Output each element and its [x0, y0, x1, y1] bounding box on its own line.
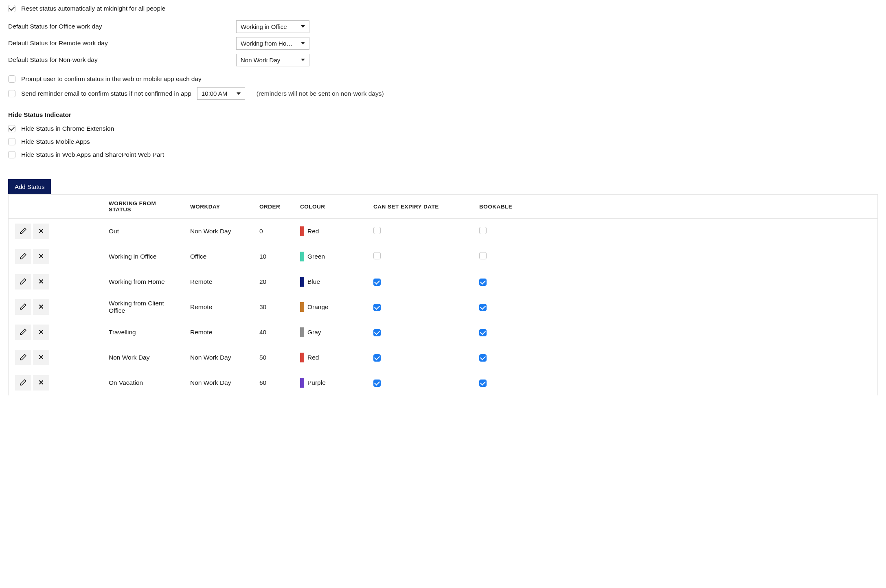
hide-web-checkbox[interactable]: [8, 151, 15, 158]
hide-web-row: Hide Status in Web Apps and SharePoint W…: [8, 150, 878, 159]
add-status-button[interactable]: Add Status: [8, 179, 51, 194]
chevron-down-icon: [301, 59, 305, 61]
expiry-checkbox[interactable]: [373, 329, 381, 336]
reminder-email-checkbox[interactable]: [8, 90, 15, 97]
edit-button[interactable]: [15, 299, 31, 315]
expiry-checkbox[interactable]: [373, 227, 381, 234]
close-icon: [37, 353, 45, 362]
edit-button[interactable]: [15, 325, 31, 340]
reminder-email-row: Send reminder email to confirm status if…: [8, 87, 878, 100]
close-icon: [37, 278, 45, 286]
status-cell: Non Work Day: [102, 345, 184, 370]
chevron-down-icon: [237, 92, 241, 95]
close-icon: [37, 328, 45, 337]
pencil-icon: [20, 278, 27, 286]
workday-cell: Remote: [184, 320, 253, 345]
reset-midnight-checkbox[interactable]: [8, 5, 15, 12]
colour-swatch: [300, 353, 304, 362]
hide-mobile-checkbox[interactable]: [8, 138, 15, 145]
chevron-down-icon: [301, 42, 305, 44]
colour-name: Red: [307, 354, 319, 361]
expiry-checkbox[interactable]: [373, 380, 381, 387]
bookable-checkbox[interactable]: [479, 354, 487, 362]
close-icon: [37, 303, 45, 312]
expiry-checkbox[interactable]: [373, 252, 381, 259]
bookable-checkbox[interactable]: [479, 279, 487, 286]
colour-cell: Blue: [294, 269, 367, 294]
default-remote-select[interactable]: Working from Ho…: [236, 37, 309, 50]
delete-button[interactable]: [33, 274, 49, 290]
workday-cell: Remote: [184, 294, 253, 320]
order-cell: 60: [253, 370, 294, 395]
table-row: Working from Client OfficeRemote30Orange: [9, 294, 877, 320]
edit-button[interactable]: [15, 224, 31, 239]
status-table-wrap: WORKING FROM STATUS WORKDAY ORDER COLOUR…: [8, 194, 878, 395]
bookable-checkbox[interactable]: [479, 227, 487, 234]
pencil-icon: [20, 252, 27, 261]
hide-mobile-label: Hide Status Mobile Apps: [21, 137, 90, 146]
default-nonwork-value: Non Work Day: [241, 57, 280, 64]
status-cell: Travelling: [102, 320, 184, 345]
reminder-time-value: 10:00 AM: [202, 90, 227, 97]
colour-swatch: [300, 277, 304, 287]
default-nonwork-label: Default Status for Non-work day: [8, 55, 236, 64]
delete-button[interactable]: [33, 350, 49, 365]
table-row: Working in OfficeOffice10Green: [9, 244, 877, 269]
delete-button[interactable]: [33, 325, 49, 340]
default-remote-value: Working from Ho…: [241, 40, 292, 47]
default-office-select[interactable]: Working in Office: [236, 20, 309, 33]
default-status-grid: Default Status for Office work day Worki…: [8, 20, 878, 66]
workday-cell: Office: [184, 244, 253, 269]
reset-midnight-label: Reset status automatically at midnight f…: [21, 4, 165, 13]
delete-button[interactable]: [33, 249, 49, 264]
table-row: Working from HomeRemote20Blue: [9, 269, 877, 294]
colour-name: Green: [307, 253, 325, 260]
colour-swatch: [300, 302, 304, 312]
expiry-checkbox[interactable]: [373, 354, 381, 362]
delete-button[interactable]: [33, 299, 49, 315]
edit-button[interactable]: [15, 274, 31, 290]
expiry-checkbox[interactable]: [373, 279, 381, 286]
colour-swatch: [300, 378, 304, 388]
default-nonwork-select[interactable]: Non Work Day: [236, 54, 309, 66]
edit-button[interactable]: [15, 350, 31, 365]
prompt-confirm-checkbox[interactable]: [8, 75, 15, 83]
bookable-checkbox[interactable]: [479, 380, 487, 387]
edit-button[interactable]: [15, 249, 31, 264]
workday-cell: Non Work Day: [184, 370, 253, 395]
prompt-confirm-row: Prompt user to confirm status in the web…: [8, 75, 878, 83]
reminder-time-select[interactable]: 10:00 AM: [197, 87, 245, 100]
close-icon: [37, 252, 45, 261]
pencil-icon: [20, 227, 27, 236]
status-cell: Working in Office: [102, 244, 184, 269]
status-cell: Working from Client Office: [102, 294, 184, 320]
expiry-checkbox[interactable]: [373, 304, 381, 311]
colour-cell: Purple: [294, 370, 367, 395]
order-cell: 0: [253, 219, 294, 244]
colour-name: Blue: [307, 278, 320, 285]
colour-swatch: [300, 327, 304, 337]
bookable-checkbox[interactable]: [479, 304, 487, 311]
reminder-email-label: Send reminder email to confirm status if…: [21, 89, 191, 98]
reminder-note: (reminders will not be sent on non-work …: [257, 90, 384, 97]
default-office-label: Default Status for Office work day: [8, 22, 236, 31]
colour-cell: Red: [294, 345, 367, 370]
bookable-checkbox[interactable]: [479, 252, 487, 259]
delete-button[interactable]: [33, 224, 49, 239]
order-cell: 50: [253, 345, 294, 370]
table-row: TravellingRemote40Gray: [9, 320, 877, 345]
edit-button[interactable]: [15, 375, 31, 391]
header-actions: [9, 195, 102, 219]
bookable-checkbox[interactable]: [479, 329, 487, 336]
hide-chrome-checkbox[interactable]: [8, 125, 15, 132]
hide-web-label: Hide Status in Web Apps and SharePoint W…: [21, 150, 164, 159]
order-cell: 30: [253, 294, 294, 320]
colour-cell: Gray: [294, 320, 367, 345]
order-cell: 40: [253, 320, 294, 345]
colour-name: Gray: [307, 329, 321, 336]
status-cell: Out: [102, 219, 184, 244]
hide-chrome-label: Hide Status in Chrome Extension: [21, 124, 114, 133]
delete-button[interactable]: [33, 375, 49, 391]
pencil-icon: [20, 353, 27, 362]
chevron-down-icon: [301, 25, 305, 28]
